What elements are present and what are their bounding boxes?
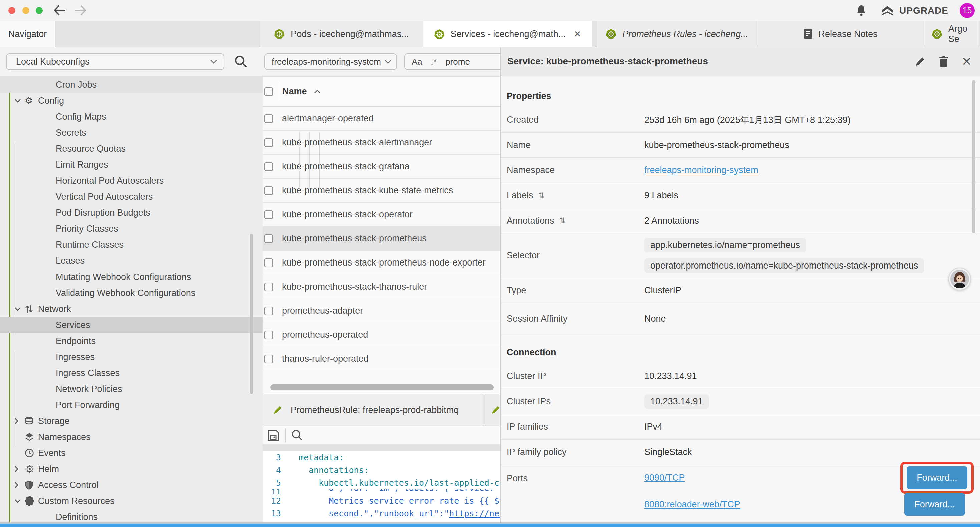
sidebar-item[interactable]: Network xyxy=(0,301,262,317)
sidebar-item[interactable]: ⚙ Config xyxy=(0,93,262,109)
row-checkbox[interactable] xyxy=(264,162,273,171)
row-checkbox[interactable] xyxy=(264,282,273,291)
app-tab[interactable]: Release Notes xyxy=(757,21,924,47)
regex-toggle[interactable]: .* xyxy=(431,57,437,67)
table-row[interactable]: alertmanager-operated xyxy=(262,107,500,131)
sidebar-item[interactable]: Endpoints xyxy=(0,333,262,349)
sidebar-item[interactable]: Cron Jobs xyxy=(0,77,262,93)
table-row[interactable]: thanos-ruler-operated xyxy=(262,347,500,371)
forward-arrow-icon[interactable] xyxy=(74,5,87,18)
table-row[interactable]: kube-prometheus-stack-prometheus xyxy=(262,227,500,251)
sidebar-item[interactable]: Secrets xyxy=(0,125,262,141)
expand-sort-icon[interactable]: ⇅ xyxy=(538,191,545,201)
sidebar-item[interactable]: Validating Webhook Configurations xyxy=(0,285,262,301)
app-tab[interactable]: Services - icecheng@math... ✕ xyxy=(423,21,592,47)
sidebar-item[interactable]: Custom Resources xyxy=(0,493,262,509)
list-toolbar: freeleaps-monitoring-system Aa .* prome xyxy=(262,47,500,77)
sidebar-item[interactable]: Helm xyxy=(0,461,262,477)
filter-input[interactable]: Aa .* prome xyxy=(404,53,500,70)
details-scrollbar[interactable] xyxy=(972,80,975,234)
search-icon[interactable] xyxy=(290,428,304,442)
notification-badge[interactable]: 15 xyxy=(960,3,975,18)
sidebar-item[interactable]: Config Maps xyxy=(0,109,262,125)
sidebar-item[interactable]: Leases xyxy=(0,253,262,269)
close-window-button[interactable] xyxy=(8,7,15,14)
row-checkbox[interactable] xyxy=(264,331,273,339)
section-heading-properties: Properties xyxy=(501,76,980,107)
row-checkbox[interactable] xyxy=(264,139,273,147)
editor-scroll-band[interactable] xyxy=(262,444,500,451)
row-checkbox[interactable] xyxy=(264,258,273,267)
selector-chip: operator.prometheus.io/name=kube-prometh… xyxy=(644,258,924,273)
column-header-name[interactable]: Name xyxy=(282,86,321,97)
maximize-window-button[interactable] xyxy=(36,7,43,14)
notifications-bell-icon[interactable] xyxy=(856,5,867,19)
sidebar-item[interactable]: Port Forwarding xyxy=(0,397,262,413)
table-row[interactable]: prometheus-adapter xyxy=(262,299,500,323)
sidebar-item[interactable]: Resource Quotas xyxy=(0,141,262,157)
sidebar-scrollbar[interactable] xyxy=(250,234,253,394)
back-arrow-icon[interactable] xyxy=(53,5,66,18)
app-tab[interactable]: Argo Se xyxy=(924,21,979,47)
app-tab[interactable]: Pods - icecheng@mathmas... xyxy=(260,21,423,47)
kubeconfig-selector[interactable]: Local Kubeconfigs xyxy=(6,53,224,70)
search-icon[interactable] xyxy=(234,54,248,72)
close-tab-icon[interactable]: ✕ xyxy=(574,29,581,39)
table-row[interactable]: kube-prometheus-stack-thanos-ruler xyxy=(262,275,500,299)
forward-button[interactable]: Forward... xyxy=(907,466,967,489)
sidebar-item[interactable]: Ingresses xyxy=(0,349,262,365)
namespace-selector[interactable]: freeleaps-monitoring-system xyxy=(264,53,397,70)
code-line: 5 kubectl.kubernetes.io/last-applied-con… xyxy=(262,476,500,489)
edit-icon[interactable] xyxy=(914,56,926,67)
upgrade-button[interactable]: UPGRADE xyxy=(881,4,948,18)
table-row[interactable]: kube-prometheus-stack-alertmanager xyxy=(262,131,500,155)
user-avatar[interactable] xyxy=(948,267,971,290)
chevron-down-icon xyxy=(210,59,218,64)
sidebar-item[interactable]: Ingress Classes xyxy=(0,365,262,381)
select-all-checkbox[interactable] xyxy=(264,88,273,96)
row-annotations: Annotations ⇅ 2 Annotations xyxy=(501,209,980,234)
yaml-editor[interactable]: 3 metadata: 4 annotations: 5 kubectl.kub… xyxy=(262,451,500,524)
sidebar-item[interactable]: Storage xyxy=(0,413,262,429)
sidebar-item[interactable]: Priority Classes xyxy=(0,221,262,237)
forward-button[interactable]: Forward... xyxy=(904,493,965,516)
editor-tab[interactable]: PrometheusRule: freeleaps-prod-rabbitmq xyxy=(262,394,483,426)
code-link[interactable]: https://netdata xyxy=(449,509,500,518)
row-checkbox[interactable] xyxy=(264,307,273,315)
table-row[interactable]: kube-prometheus-stack-operator xyxy=(262,203,500,227)
row-checkbox[interactable] xyxy=(264,115,273,123)
sidebar-item[interactable]: Limit Ranges xyxy=(0,157,262,173)
row-checkbox[interactable] xyxy=(264,186,273,195)
match-case-toggle[interactable]: Aa xyxy=(412,57,422,67)
sidebar-item[interactable]: Network Policies xyxy=(0,381,262,397)
table-row[interactable]: kube-prometheus-stack-prometheus-node-ex… xyxy=(262,251,500,275)
port-link[interactable]: 9090/TCP xyxy=(644,473,685,483)
app-tab[interactable]: Prometheus Rules - icecheng... xyxy=(597,21,757,47)
port-link[interactable]: 8080:reloader-web/TCP xyxy=(644,499,740,509)
sidebar-item[interactable]: Access Control xyxy=(0,477,262,493)
expand-sort-icon[interactable]: ⇅ xyxy=(559,216,566,226)
sidebar-item[interactable]: Pod Disruption Budgets xyxy=(0,205,262,221)
table-row[interactable]: kube-prometheus-stack-kube-state-metrics xyxy=(262,179,500,203)
sidebar-item[interactable]: Services xyxy=(0,317,262,333)
delete-trash-icon[interactable] xyxy=(938,56,949,68)
horizontal-scrollbar[interactable] xyxy=(270,384,494,390)
sidebar-item[interactable]: Namespaces xyxy=(0,429,262,445)
close-icon[interactable]: ✕ xyxy=(962,55,972,69)
row-checkbox[interactable] xyxy=(264,234,273,243)
namespace-link[interactable]: freeleaps-monitoring-system xyxy=(644,165,758,175)
save-icon[interactable] xyxy=(267,428,280,442)
sidebar-item[interactable]: Horizontal Pod Autoscalers xyxy=(0,173,262,189)
sidebar-item[interactable]: Events xyxy=(0,445,262,461)
tab-navigator[interactable]: Navigator xyxy=(0,21,55,47)
row-checkbox[interactable] xyxy=(264,355,273,363)
table-row[interactable]: prometheus-operated xyxy=(262,323,500,347)
editor-tab-partial[interactable] xyxy=(485,394,500,426)
sidebar-item[interactable]: Vertical Pod Autoscalers xyxy=(0,189,262,205)
minimize-window-button[interactable] xyxy=(22,7,29,14)
table-row[interactable]: kube-prometheus-stack-grafana xyxy=(262,155,500,179)
code-line: 4 annotations: xyxy=(262,463,500,476)
sidebar-item[interactable]: Mutating Webhook Configurations xyxy=(0,269,262,285)
sidebar-item[interactable]: Runtime Classes xyxy=(0,237,262,253)
row-checkbox[interactable] xyxy=(264,210,273,219)
